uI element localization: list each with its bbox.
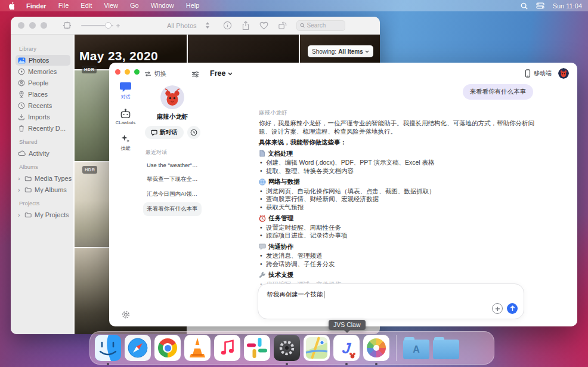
sidebar-item-activity[interactable]: Activity (18, 148, 73, 159)
new-chat-button[interactable]: 新对话 (145, 126, 184, 139)
menu-window[interactable]: Window (145, 0, 180, 11)
recently-deleted-icon (18, 125, 25, 132)
dock-photos[interactable] (363, 335, 389, 361)
dock-vlc[interactable] (184, 335, 211, 361)
chevron-right-icon[interactable]: › (18, 186, 21, 193)
conversation-item[interactable]: 帮我查一下现在全网最火的... (143, 172, 202, 186)
dock-slack[interactable] (244, 335, 270, 361)
dock-chrome[interactable] (154, 335, 181, 361)
dock-documents-folder[interactable] (433, 335, 459, 361)
nav-clawbots[interactable]: CLawbots (116, 109, 135, 125)
photos-search-field[interactable] (296, 20, 345, 31)
sidebar-item-places[interactable]: Places (18, 89, 73, 100)
swap-arrows-icon (144, 71, 151, 77)
sidebar-item-my-projects[interactable]: › My Projects (18, 209, 73, 220)
sidebar-item-media-types[interactable]: › Media Types (18, 173, 73, 184)
search-input[interactable] (307, 22, 342, 29)
nav-skills[interactable]: 技能 (120, 134, 131, 152)
switch-assistant-button[interactable]: 切换 (144, 70, 166, 78)
minimize-button[interactable] (29, 22, 36, 29)
chevron-right-icon[interactable]: › (18, 175, 21, 182)
dock-music[interactable] (214, 335, 240, 361)
conversation-item[interactable]: 汇总今日国内AI领域的最新... (143, 187, 202, 201)
assistant-name: 麻辣小龙虾 (142, 113, 203, 121)
dock-trash[interactable] (463, 335, 489, 361)
sidebar-section-title: Projects (19, 200, 73, 206)
dock-finder[interactable] (95, 335, 121, 361)
dock-system-settings[interactable] (274, 335, 300, 361)
folder-icon (433, 340, 459, 359)
menu-help[interactable]: Help (180, 0, 206, 11)
apple-icon[interactable] (7, 2, 14, 10)
sidebar-item-photos[interactable]: Photos (16, 55, 70, 66)
assistant-avatar[interactable] (160, 85, 184, 109)
attach-plus-button[interactable] (492, 303, 503, 314)
thumbnail-zoom-slider[interactable] (81, 23, 120, 28)
chat-bubble-icon (119, 82, 132, 92)
dock-applications-folder[interactable]: A (403, 335, 429, 361)
menu-go[interactable]: Go (124, 0, 145, 11)
mobile-link-label[interactable]: 移动端 (534, 69, 552, 78)
sidebar-item-recently-deleted[interactable]: Recently D... (18, 123, 73, 134)
mobile-phone-icon (525, 69, 531, 78)
bullet-item: 获取天气预报 (259, 203, 537, 212)
bullet-item: 创建、编辑 Word (.docx)、PDF、PPT 演示文稿、Excel 表格 (259, 159, 537, 167)
favorite-icon[interactable] (259, 21, 268, 30)
menu-view[interactable]: View (98, 0, 124, 11)
assistant-message-author: 麻辣小龙虾 (259, 109, 537, 117)
menu-file[interactable]: File (52, 0, 75, 11)
chat-input-text[interactable]: 帮我再创建一个技能 (267, 291, 323, 299)
menu-edit[interactable]: Edit (75, 0, 98, 11)
info-icon[interactable] (223, 21, 232, 30)
photos-app-icon (367, 338, 386, 357)
nav-conversations[interactable]: 对话 (119, 82, 132, 100)
sidebar-item-my-albums[interactable]: › My Albums (18, 184, 73, 195)
rotate-icon[interactable] (278, 21, 287, 30)
sidebar-item-recents[interactable]: Recents (18, 100, 73, 111)
showing-filter-button[interactable]: Showing: All Items (308, 45, 373, 57)
settings-gear-icon[interactable] (121, 310, 130, 319)
share-icon[interactable] (242, 21, 250, 30)
conversation-item-active[interactable]: 来看看你有什么本事 (143, 202, 202, 216)
globe-icon (259, 178, 266, 186)
dock-jvs-claw[interactable]: J (333, 335, 360, 361)
slack-icon (244, 335, 270, 361)
imports-icon (18, 113, 25, 121)
assistant-intro: 你好，我是麻辣小龙虾，一位严谨专业的智能助手。我擅长用结构化、可落地的方式，帮助… (259, 119, 537, 135)
alarm-clock-icon (259, 215, 266, 222)
library-view-select[interactable]: All Photos (167, 22, 210, 29)
memories-icon (18, 68, 25, 75)
sidebar-item-imports[interactable]: Imports (18, 112, 73, 122)
aspect-ratio-icon[interactable] (63, 21, 72, 30)
chevron-down-icon (228, 72, 233, 75)
menu-clock[interactable]: Sun 11:04 (553, 2, 582, 10)
plan-selector[interactable]: Free (210, 69, 233, 78)
dock-tooltip: JVS Claw (329, 320, 366, 330)
photos-toolbar: All Photos (11, 17, 380, 35)
bullet-item: 发送消息、管理频道 (259, 252, 537, 260)
sidebar-item-memories[interactable]: Memories (18, 66, 73, 77)
conversation-item[interactable]: Use the "weather" skil... (143, 159, 202, 171)
menu-app-name[interactable]: Finder (20, 2, 52, 10)
settings-gear-icon (278, 339, 296, 357)
cloud-icon (18, 150, 26, 156)
send-button[interactable] (507, 303, 518, 314)
zoom-button[interactable] (41, 22, 47, 29)
search-icon[interactable] (521, 2, 528, 10)
history-button[interactable] (187, 126, 200, 139)
dock-maps[interactable] (304, 335, 330, 361)
control-center-icon[interactable] (536, 2, 544, 9)
chat-input-box[interactable]: 帮我再创建一个技能 (258, 283, 524, 319)
dock-safari[interactable] (125, 335, 151, 361)
chevron-right-icon[interactable]: › (18, 211, 21, 218)
sidebar-item-people[interactable]: People (18, 78, 73, 88)
library-view-value: All Photos (167, 22, 197, 29)
bullet-item: 查询股票行情、财经新闻、宏观经济数据 (259, 195, 537, 203)
safari-icon (125, 335, 151, 361)
photos-icon (18, 57, 26, 64)
close-button[interactable] (18, 22, 24, 29)
list-options-icon[interactable] (191, 71, 199, 78)
hdr-badge: HDR (82, 66, 97, 73)
user-avatar[interactable] (558, 68, 569, 79)
applications-folder-icon: A (403, 340, 429, 359)
